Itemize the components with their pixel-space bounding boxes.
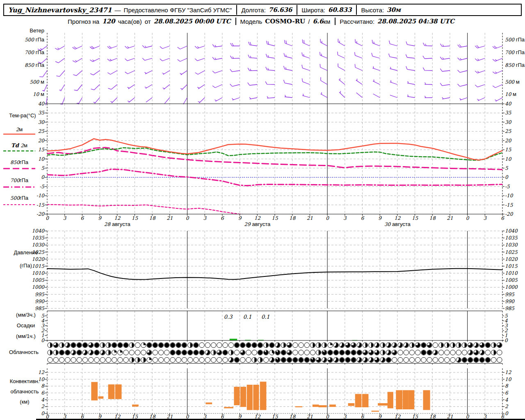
header-divider bbox=[235, 18, 236, 25]
cloud-cover-circle bbox=[462, 350, 467, 355]
wind-barb-glyph bbox=[265, 54, 275, 58]
legend-unit: гПа bbox=[20, 159, 29, 165]
pressure-tick-right: 1000 bbox=[505, 284, 518, 290]
level-number: 500 bbox=[25, 37, 36, 43]
wind-barb bbox=[180, 83, 187, 90]
calculated-datetime: 28.08.2025 04:38 UTC bbox=[377, 18, 454, 25]
cloud-cover-circle bbox=[53, 357, 58, 362]
hour-label: 9 bbox=[238, 215, 242, 221]
cloud-cover-circle bbox=[252, 350, 257, 355]
convective-cloud-bar bbox=[319, 405, 327, 407]
wind-barb bbox=[125, 68, 135, 75]
wind-barb-glyph bbox=[125, 55, 135, 61]
wind-barb-glyph bbox=[180, 69, 187, 75]
hour-label-bottom: 6 bbox=[221, 414, 224, 420]
wind-barb bbox=[423, 55, 432, 59]
pressure-tick-left: 1015 bbox=[32, 263, 45, 269]
header-divider bbox=[356, 5, 357, 15]
cloud-cover-fill bbox=[124, 343, 128, 347]
cloud-cover-circle bbox=[182, 357, 187, 362]
cloud-cover-fill bbox=[95, 350, 99, 355]
wind-barb bbox=[406, 66, 415, 71]
header-dash: — bbox=[115, 7, 121, 14]
wind-barb bbox=[475, 68, 485, 73]
wind-barb bbox=[388, 54, 398, 58]
legend-number: 500 bbox=[10, 195, 20, 201]
cloud-cover-fill bbox=[474, 358, 479, 362]
wind-barb bbox=[265, 82, 275, 84]
level-unit: м bbox=[513, 91, 516, 97]
wind-barb-glyph bbox=[301, 65, 311, 71]
pressure-tick-left: 1010 bbox=[32, 270, 45, 276]
wind-barb bbox=[142, 43, 152, 48]
pressure-tick-left: 1040 bbox=[32, 228, 45, 234]
level-number: 850 bbox=[505, 62, 516, 68]
wind-barb-glyph bbox=[390, 95, 397, 98]
temp-tick-right: 15 bbox=[505, 147, 512, 153]
cloud-cover-fill bbox=[240, 343, 245, 347]
cloud-cover-fill bbox=[118, 343, 123, 347]
pressure-tick-right: 1015 bbox=[505, 263, 518, 269]
hour-label-bottom: 15 bbox=[412, 414, 419, 420]
wind-barb-glyph bbox=[90, 56, 100, 62]
hour-label: 9 bbox=[98, 215, 102, 221]
wind-barb bbox=[440, 68, 450, 71]
wind-barb bbox=[248, 42, 258, 46]
wind-barb-glyph bbox=[73, 68, 82, 77]
cloud-cover-circle bbox=[77, 357, 82, 362]
cloud-row bbox=[48, 357, 502, 362]
hour-label: 21 bbox=[307, 215, 313, 221]
cloud-cover-circle bbox=[404, 350, 409, 355]
hour-label: 0 bbox=[46, 215, 49, 221]
hour-label: 12 bbox=[254, 215, 261, 221]
wind-barb bbox=[125, 55, 135, 61]
wind-barb bbox=[320, 92, 328, 98]
cloud-cover-fill bbox=[147, 343, 152, 347]
wind-barb bbox=[283, 53, 293, 58]
wind-barb bbox=[160, 43, 170, 49]
cloud-cover-fill bbox=[194, 343, 199, 347]
legend-label: 2м bbox=[16, 126, 23, 132]
header-line1: Yug_Nizhnevartovsky_23471 — Предоставлен… bbox=[3, 4, 522, 16]
hour-label-bottom: 0 bbox=[46, 414, 49, 420]
cloud-cover-fill bbox=[340, 358, 344, 362]
hour-label: 3 bbox=[483, 215, 487, 221]
wind-barb-glyph bbox=[90, 43, 100, 50]
wind-barb-glyph bbox=[388, 41, 398, 46]
convective-cloud-bar bbox=[132, 404, 139, 406]
from-label: от bbox=[145, 18, 151, 25]
wind-barb-glyph bbox=[406, 55, 415, 58]
pressure-tick-right: 1035 bbox=[505, 235, 518, 241]
cloud-cover-circle bbox=[456, 350, 461, 355]
wind-barb-glyph bbox=[301, 78, 311, 84]
model-label: Модель bbox=[240, 18, 262, 25]
wind-barb-glyph bbox=[212, 43, 222, 47]
pressure-tick-left: 1030 bbox=[32, 242, 45, 248]
cloud-cover-circle bbox=[398, 357, 403, 362]
wind-barb-glyph bbox=[319, 52, 329, 58]
convective-tick-right: 0 bbox=[505, 411, 509, 416]
wind-barb bbox=[406, 41, 415, 46]
temp-tick-left: 15 bbox=[38, 147, 45, 153]
cloud-cover-circle bbox=[223, 357, 228, 362]
convective-tick-right: 4 bbox=[505, 397, 508, 403]
wind-barb-glyph bbox=[319, 64, 329, 71]
temp-tick-left: -20 bbox=[37, 211, 45, 217]
model-separator: / bbox=[308, 18, 310, 25]
wind-barb bbox=[162, 83, 170, 89]
cloud-cover-fill bbox=[223, 350, 228, 355]
day-number: 28 bbox=[104, 221, 112, 227]
wind-barb-glyph bbox=[249, 96, 258, 99]
wind-barb-glyph bbox=[475, 82, 485, 87]
cloud-cover-fill bbox=[77, 350, 82, 355]
hour-label-bottom: 15 bbox=[272, 414, 278, 420]
wind-level-label-left: 500 м bbox=[30, 79, 44, 85]
cloud-cover-circle bbox=[223, 342, 228, 347]
latitude-value: 60.833 bbox=[328, 6, 352, 14]
wind-barb bbox=[59, 84, 65, 91]
cloud-cover-fill bbox=[334, 350, 338, 355]
cloud-cover-circle bbox=[485, 350, 490, 355]
precip-value-label: 0.1 bbox=[243, 314, 252, 320]
convective-cloud-bar bbox=[91, 382, 98, 400]
wind-barb bbox=[388, 41, 398, 46]
